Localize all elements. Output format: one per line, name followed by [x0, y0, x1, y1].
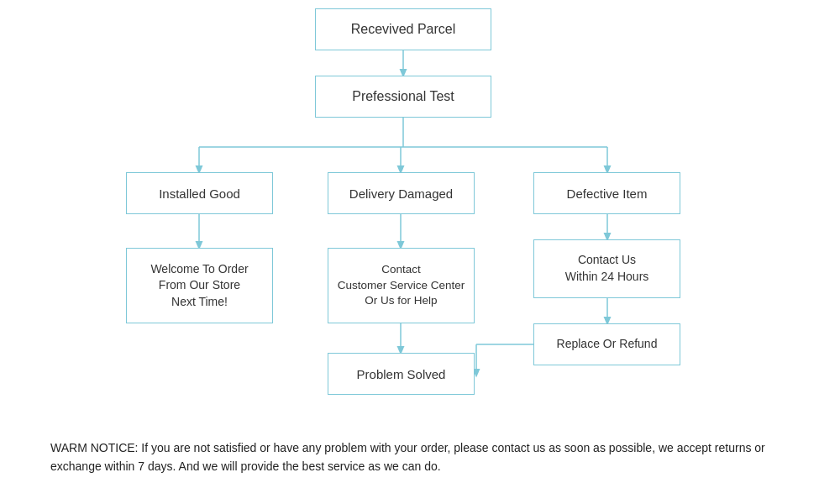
box-installed: Installed Good: [126, 172, 273, 214]
box-welcome: Welcome To Order From Our Store Next Tim…: [126, 248, 273, 323]
box-damaged: Delivery Damaged: [328, 172, 475, 214]
notice-area: WARM NOTICE: If you are not satisfied or…: [0, 428, 840, 476]
box-defective: Defective Item: [533, 172, 680, 214]
box-contact-service: Contact Customer Service Center Or Us fo…: [328, 248, 475, 323]
notice-text: WARM NOTICE: If you are not satisfied or…: [50, 441, 765, 473]
box-received: Recevived Parcel: [315, 8, 491, 50]
flowchart-area: Recevived Parcel Prefessional Test Insta…: [0, 0, 840, 428]
box-contact-us: Contact Us Within 24 Hours: [533, 239, 680, 298]
box-replace: Replace Or Refund: [533, 323, 680, 365]
box-test: Prefessional Test: [315, 76, 491, 118]
box-solved: Problem Solved: [328, 353, 475, 395]
